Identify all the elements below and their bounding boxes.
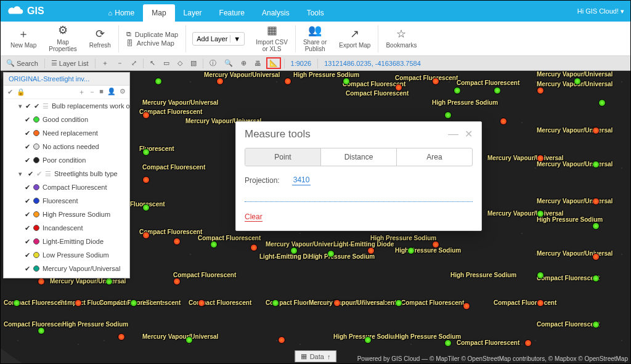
nav-map[interactable]: Map: [143, 4, 174, 22]
select-poly-tool[interactable]: ◇: [174, 58, 185, 68]
map-point[interactable]: [367, 247, 375, 254]
zoom-in-tool[interactable]: ＋: [99, 57, 112, 69]
select-box-tool[interactable]: ▭: [160, 58, 173, 68]
map-point[interactable]: [592, 198, 600, 205]
map-point[interactable]: [142, 148, 150, 156]
map-point[interactable]: [118, 333, 125, 341]
visibility-icon[interactable]: ✔: [7, 88, 13, 96]
export-map-button[interactable]: ↗Export Map: [333, 22, 377, 56]
layer-row[interactable]: ✔Good condition: [4, 113, 129, 126]
map-properties-button[interactable]: ⚙Map Properties: [43, 22, 83, 56]
share-button[interactable]: 👥Share or Publish: [297, 22, 333, 56]
layer-panel-title[interactable]: ORIGINAL-Streetlight inv...: [4, 73, 129, 86]
clear-select-tool[interactable]: ▧: [187, 58, 200, 68]
folder-icon[interactable]: ■: [99, 87, 104, 97]
map-point[interactable]: [592, 127, 600, 134]
layer-row[interactable]: ▾✔✔☰Bulb replacements work orders: [4, 99, 129, 113]
layer-row[interactable]: ✔Fluorescent: [4, 194, 129, 208]
layer-row[interactable]: ✔Metal Halide: [4, 275, 129, 278]
map-point[interactable]: [333, 299, 341, 307]
zoom-out-tool[interactable]: －: [113, 57, 126, 69]
map-point[interactable]: [574, 78, 581, 85]
layer-row[interactable]: ✔Incandescent: [4, 221, 129, 235]
map-point[interactable]: [592, 275, 600, 282]
map-point[interactable]: [142, 176, 150, 184]
map-point[interactable]: [250, 244, 258, 251]
map-point[interactable]: [155, 78, 162, 85]
search-tool[interactable]: 🔍Search: [3, 58, 41, 68]
map-point[interactable]: [130, 299, 137, 307]
map-point[interactable]: [38, 278, 45, 285]
map-point[interactable]: [13, 299, 20, 307]
add-layer-icon[interactable]: ＋: [78, 87, 85, 97]
map-point[interactable]: [343, 78, 350, 85]
map-point[interactable]: [75, 299, 82, 307]
map-point[interactable]: [444, 111, 452, 119]
map-point[interactable]: [364, 336, 372, 344]
map-point[interactable]: [537, 210, 544, 217]
map-point[interactable]: [494, 87, 501, 94]
map-point[interactable]: [432, 78, 439, 85]
layer-row[interactable]: ✔Need replacement: [4, 126, 129, 140]
map-point[interactable]: [598, 99, 606, 107]
duplicate-map-button[interactable]: ⧉Duplicate Map: [126, 30, 178, 38]
new-map-button[interactable]: ＋New Map: [4, 22, 43, 56]
tab-point[interactable]: Point: [245, 148, 321, 166]
layer-row[interactable]: ✔Light-Emitting Diode: [4, 235, 129, 248]
map-point[interactable]: [142, 204, 150, 211]
user-layer-icon[interactable]: 👤: [107, 87, 116, 97]
map-point[interactable]: [395, 299, 402, 307]
map-point[interactable]: [173, 238, 181, 245]
nav-layer[interactable]: Layer: [175, 4, 211, 22]
map-point[interactable]: [500, 118, 507, 125]
map-point[interactable]: [592, 222, 600, 230]
full-extent-tool[interactable]: ⊕: [238, 58, 250, 68]
projection-value[interactable]: 3410: [292, 175, 311, 185]
map-point[interactable]: [185, 336, 193, 344]
map-point[interactable]: [327, 250, 335, 257]
data-panel-toggle[interactable]: ▦Data↑: [295, 350, 336, 362]
map-point[interactable]: [278, 336, 285, 344]
map-point[interactable]: [444, 339, 452, 347]
nav-analysis[interactable]: Analysis: [253, 4, 298, 22]
map-point[interactable]: [38, 327, 45, 334]
map-point[interactable]: [142, 232, 150, 239]
layer-row[interactable]: ✔Compact Fluorescent: [4, 180, 129, 194]
close-icon[interactable]: ✕: [465, 129, 473, 139]
minimize-icon[interactable]: —: [448, 128, 458, 140]
measure-tool[interactable]: 📐: [266, 57, 281, 69]
map-point[interactable]: [173, 278, 181, 285]
layer-row[interactable]: ✔Mercury Vapour/Universal: [4, 262, 129, 275]
layer-row[interactable]: ✔No actions needed: [4, 140, 129, 153]
map-point[interactable]: [537, 87, 544, 94]
map-point[interactable]: [454, 87, 461, 94]
zoom-window-tool[interactable]: 🔍: [221, 58, 236, 68]
map-point[interactable]: [592, 161, 600, 168]
map-point[interactable]: [142, 111, 150, 119]
pointer-tool[interactable]: ↖: [147, 58, 158, 68]
map-point[interactable]: [407, 247, 415, 254]
add-layer-button[interactable]: Add Layer▼: [192, 32, 245, 46]
map-point[interactable]: [216, 78, 224, 85]
map-point[interactable]: [198, 299, 205, 307]
layer-row[interactable]: ✔Poor condition: [4, 153, 129, 167]
scale-display[interactable]: 1:9026: [288, 59, 315, 68]
map-point[interactable]: [592, 253, 600, 261]
map-point[interactable]: [524, 339, 532, 347]
map-point[interactable]: [395, 84, 402, 91]
map-point[interactable]: [592, 321, 600, 328]
map-point[interactable]: [463, 302, 470, 310]
layer-row[interactable]: ▾✔✔☰Streetlights bulb type: [4, 167, 129, 180]
settings-layer-icon[interactable]: ⚙: [120, 87, 126, 97]
layer-row[interactable]: ✔Low Pressure Sodium: [4, 248, 129, 262]
map-point[interactable]: [432, 241, 439, 248]
nav-feature[interactable]: Feature: [211, 4, 253, 22]
clear-button[interactable]: Clear: [245, 212, 263, 222]
map-point[interactable]: [284, 78, 291, 85]
print-tool[interactable]: 🖶: [251, 59, 264, 68]
map-point[interactable]: [105, 278, 113, 285]
user-dropdown[interactable]: Hi GIS Cloud! ▾: [577, 7, 624, 15]
refresh-button[interactable]: ⟳Refresh: [83, 22, 117, 56]
map-point[interactable]: [290, 247, 298, 254]
map-point[interactable]: [537, 155, 544, 162]
